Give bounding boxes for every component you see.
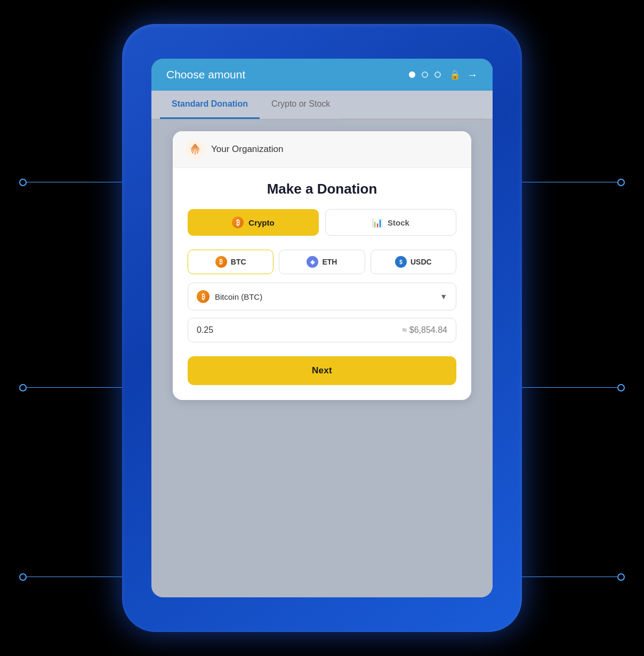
annotation-dot-right-1 [617, 179, 625, 186]
btc-tab[interactable]: ₿ BTC [188, 250, 273, 274]
card-body: Make a Donation ₿ Crypto 📊 Stock [173, 168, 471, 400]
header-title: Choose amount [166, 68, 245, 81]
card-header: Your Organization [173, 131, 471, 168]
content-area: Your Organization Make a Donation ₿ Cryp… [151, 119, 493, 597]
annotation-dot-left-1 [19, 179, 27, 186]
annotation-dot-right-2 [617, 384, 625, 391]
eth-label: ETH [322, 258, 337, 266]
inner-screen: Choose amount 🔒 → Standard Donation Cryp… [151, 59, 493, 597]
org-name: Your Organization [211, 144, 283, 155]
type-selector: ₿ Crypto 📊 Stock [188, 209, 456, 236]
tabs-bar: Standard Donation Crypto or Stock [151, 91, 493, 119]
donation-card: Your Organization Make a Donation ₿ Cryp… [173, 131, 471, 400]
usdc-label: USDC [410, 258, 432, 266]
btc-icon: ₿ [215, 256, 227, 268]
currency-dropdown[interactable]: ₿ Bitcoin (BTC) ▼ [188, 283, 456, 310]
annotation-line-left-2 [27, 387, 128, 388]
amount-input-row[interactable]: 0.25 ≈ $6,854.84 [188, 318, 456, 342]
stock-btn-icon: 📊 [372, 218, 383, 228]
amount-value: 0.25 [197, 325, 213, 335]
header-controls: 🔒 → [409, 69, 478, 81]
annotation-dot-right-3 [617, 573, 625, 581]
step-dot-1 [409, 71, 415, 78]
donation-title: Make a Donation [188, 181, 456, 197]
tab-standard-donation[interactable]: Standard Donation [160, 91, 260, 119]
next-button[interactable]: Next [188, 356, 456, 385]
eth-tab[interactable]: ◆ ETH [279, 250, 365, 274]
eth-icon: ◆ [307, 256, 318, 268]
usdc-tab[interactable]: $ USDC [371, 250, 456, 274]
dropdown-selected-value: Bitcoin (BTC) [215, 292, 262, 301]
crypto-btn-label: Crypto [248, 218, 274, 227]
device-shell: Choose amount 🔒 → Standard Donation Cryp… [122, 24, 522, 632]
step-dot-2 [422, 71, 428, 78]
stock-type-button[interactable]: 📊 Stock [325, 209, 456, 236]
org-logo-icon [186, 140, 205, 159]
dropdown-chevron-icon: ▼ [440, 292, 447, 301]
annotation-line-right-2 [516, 387, 617, 388]
header-bar: Choose amount 🔒 → [151, 59, 493, 91]
crypto-currency-selector: ₿ BTC ◆ ETH $ USDC [188, 250, 456, 274]
crypto-btn-icon: ₿ [232, 217, 244, 228]
tab-crypto-or-stock[interactable]: Crypto or Stock [260, 91, 342, 119]
annotation-dot-left-2 [19, 384, 27, 391]
btc-label: BTC [231, 258, 246, 266]
crypto-type-button[interactable]: ₿ Crypto [188, 209, 319, 236]
amount-usd-approx: ≈ $6,854.84 [402, 325, 447, 335]
annotation-dot-left-3 [19, 573, 27, 581]
usdc-icon: $ [395, 256, 407, 268]
dropdown-coin-icon: ₿ [197, 290, 210, 303]
step-dot-3 [434, 71, 441, 78]
forward-arrow-icon: → [467, 69, 478, 81]
lock-icon: 🔒 [449, 69, 461, 81]
stock-btn-label: Stock [388, 218, 409, 227]
